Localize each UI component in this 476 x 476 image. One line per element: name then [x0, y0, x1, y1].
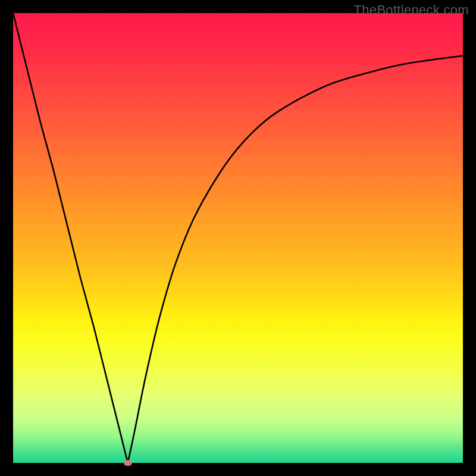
curve-svg: [13, 13, 463, 463]
watermark-text: TheBottleneck.com: [354, 2, 469, 18]
chart-frame: TheBottleneck.com: [0, 0, 476, 476]
plot-area: [13, 13, 463, 463]
notch-marker: [124, 460, 132, 466]
bottleneck-curve: [13, 13, 463, 463]
